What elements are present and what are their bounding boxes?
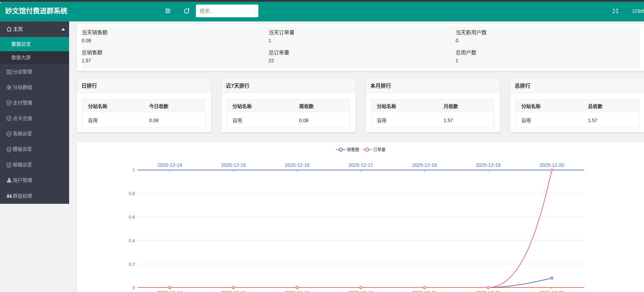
svg-text:2025-12-15: 2025-12-15 (221, 162, 246, 168)
svg-text:0: 0 (132, 285, 135, 290)
svg-text:2025-12-15: 2025-12-15 (221, 290, 246, 292)
svg-text:销售额: 销售额 (347, 147, 359, 152)
svg-text:2025-12-18: 2025-12-18 (412, 290, 437, 292)
svg-text:2025-12-17: 2025-12-17 (348, 162, 373, 168)
svg-text:2025-12-16: 2025-12-16 (285, 162, 310, 168)
svg-text:2025-12-14: 2025-12-14 (158, 162, 182, 168)
svg-text:2025-12-17: 2025-12-17 (348, 290, 373, 292)
svg-text:订单量: 订单量 (373, 147, 386, 152)
svg-text:0.6: 0.6 (129, 215, 135, 220)
svg-text:0.4: 0.4 (129, 238, 135, 243)
svg-text:1: 1 (132, 167, 135, 173)
svg-text:2025-12-19: 2025-12-19 (476, 162, 501, 168)
svg-text:2025-12-18: 2025-12-18 (412, 162, 437, 168)
svg-text:2025-12-16: 2025-12-16 (285, 290, 310, 292)
svg-text:2025-12-20: 2025-12-20 (539, 162, 564, 168)
svg-text:0.8: 0.8 (129, 191, 135, 196)
svg-text:2025-12-19: 2025-12-19 (476, 290, 501, 292)
svg-text:0.2: 0.2 (129, 262, 135, 267)
svg-text:2025-12-14: 2025-12-14 (158, 290, 182, 292)
svg-text:2025-12-20: 2025-12-20 (539, 290, 564, 292)
